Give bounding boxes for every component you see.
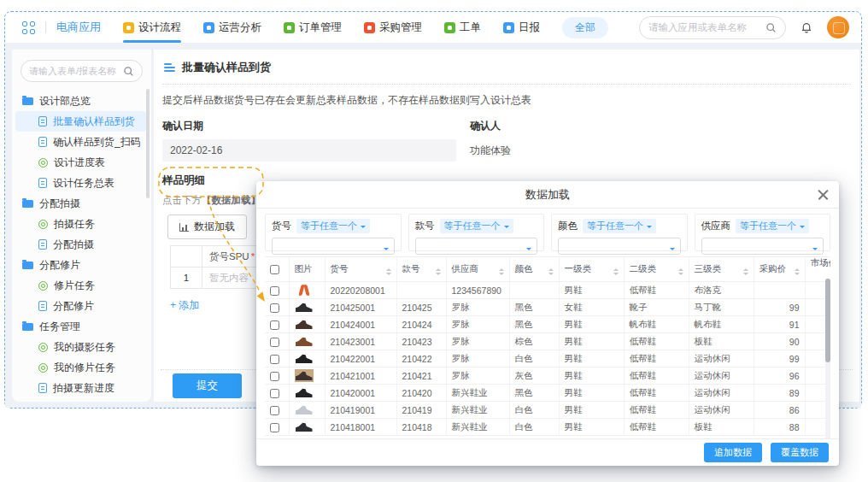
confirm-date-field[interactable]: 2022-02-16: [162, 139, 456, 162]
notification-bell-icon[interactable]: [800, 21, 813, 34]
chevron-down-icon: [812, 248, 818, 253]
sidebar-item[interactable]: 设计任务总表: [15, 173, 146, 193]
select-all-checkbox[interactable]: [270, 265, 279, 274]
filter-operator-pill[interactable]: 等于任意一个: [296, 219, 370, 233]
sort-icon[interactable]: [678, 268, 683, 275]
table-row[interactable]: 210423001 210423 罗脉 棕色 男鞋 低帮鞋 板鞋 90: [265, 333, 830, 350]
all-apps-pill[interactable]: 全部: [562, 17, 608, 38]
sku-cell: 210425001: [325, 299, 396, 316]
sort-icon[interactable]: [613, 268, 619, 275]
brand-label[interactable]: 电商应用: [56, 20, 101, 35]
sidebar-item[interactable]: 我的修片任务: [15, 357, 146, 378]
sidebar-item[interactable]: 分配拍摄: [15, 234, 146, 255]
app-grid-icon[interactable]: [22, 21, 35, 34]
product-photo: [295, 301, 314, 314]
sidebar-item[interactable]: 分配修片: [15, 296, 146, 316]
row-checkbox[interactable]: [270, 355, 279, 364]
column-header[interactable]: 一级类: [559, 257, 624, 282]
sidebar-item-icon: [22, 200, 33, 208]
row-checkbox[interactable]: [270, 406, 279, 415]
category2-cell: 低帮鞋: [624, 419, 689, 436]
table-row[interactable]: 210425001 210425 罗脉 黑色 女鞋 靴子 马丁靴 99: [265, 299, 830, 316]
sidebar-item[interactable]: 拍摄任务: [15, 214, 146, 234]
table-scrollbar-thumb[interactable]: [825, 279, 830, 362]
sort-icon[interactable]: [795, 268, 800, 275]
row-checkbox[interactable]: [270, 372, 279, 381]
nav-tab[interactable]: 设计流程: [123, 12, 181, 43]
table-row[interactable]: 210422001 210422 罗脉 白色 男鞋 低帮鞋 运动休闲 99: [265, 350, 830, 367]
row-checkbox[interactable]: [270, 320, 279, 330]
table-row[interactable]: 210419001 210419 新兴鞋业 白色 男鞋 低帮鞋 运动休闲 86: [265, 402, 830, 419]
sidebar-item[interactable]: 分配修片: [15, 255, 146, 275]
filter-operator-pill[interactable]: 等于任意一个: [583, 219, 656, 233]
sort-icon[interactable]: [436, 268, 441, 275]
data-load-button[interactable]: 数据加载: [167, 215, 247, 239]
nav-tab[interactable]: 运营分析: [203, 12, 261, 43]
table-row[interactable]: 210418001 210418 新兴鞋业 白色 男鞋 低帮鞋 板鞋 88: [265, 419, 830, 436]
nav-tab[interactable]: 工单: [444, 12, 481, 43]
row-checkbox[interactable]: [270, 389, 279, 398]
sidebar-item[interactable]: 我的摄影任务: [15, 337, 146, 357]
sort-icon[interactable]: [499, 268, 504, 275]
column-header[interactable]: 款号: [396, 257, 446, 282]
purchase-price-cell: 89: [754, 385, 805, 402]
sort-icon[interactable]: [386, 268, 391, 275]
column-header[interactable]: 颜色: [509, 257, 559, 282]
nav-tab[interactable]: 采购管理: [364, 12, 422, 43]
image-cell: [289, 299, 325, 316]
sidebar-item[interactable]: 拍摄更新进度: [15, 378, 146, 398]
table-row[interactable]: 210421001 210421 罗脉 灰色 男鞋 低帮鞋 运动休闲 96: [265, 367, 830, 385]
table-row[interactable]: 20220208001 1234567890 男鞋 低帮鞋 布洛克: [265, 282, 830, 299]
sidebar-item-label: 拍摄任务: [54, 217, 95, 232]
select-all-header: [265, 257, 289, 282]
submit-button[interactable]: 提交: [173, 373, 242, 398]
sidebar-item[interactable]: 任务管理: [15, 316, 146, 337]
divider: [45, 21, 46, 33]
filter-operator-pill[interactable]: 等于任意一个: [440, 219, 513, 233]
column-header[interactable]: 供应商: [446, 257, 509, 282]
add-row-link[interactable]: + 添加: [170, 298, 199, 313]
filter-group: 款号 等于任意一个: [408, 214, 545, 251]
filter-value-select[interactable]: [701, 238, 824, 255]
sidebar-scrollbar[interactable]: [146, 89, 150, 198]
modal-header: 数据加载: [256, 181, 839, 209]
sidebar-item[interactable]: 设计进度表: [15, 152, 146, 173]
sort-icon[interactable]: [743, 268, 748, 275]
table-row[interactable]: 210424001 210424 罗脉 黑色 男鞋 帆布鞋 帆布鞋 91: [265, 316, 830, 333]
append-data-button[interactable]: 追加数据: [704, 443, 762, 462]
sidebar-item[interactable]: 分配拍摄: [15, 193, 146, 214]
sidebar-item[interactable]: 设计部总览: [15, 91, 146, 111]
product-photo: [295, 335, 314, 348]
sidebar-item[interactable]: 批量确认样品到货: [15, 111, 146, 132]
column-header[interactable]: 图片: [289, 257, 325, 282]
filter-value-select[interactable]: [415, 238, 538, 255]
table-row[interactable]: 210420001 210420 新兴鞋业 黑色 男鞋 低帮鞋 运动休闲 89: [265, 385, 830, 402]
row-checkbox[interactable]: [270, 286, 279, 296]
column-header[interactable]: 三级类: [689, 257, 754, 282]
row-checkbox[interactable]: [270, 338, 279, 347]
sort-icon[interactable]: [548, 268, 554, 275]
global-search-input[interactable]: [648, 22, 765, 32]
filter-operator-pill[interactable]: 等于任意一个: [736, 219, 809, 233]
sidebar-item[interactable]: 确认样品到货_扫码: [15, 132, 146, 152]
row-checkbox[interactable]: [270, 423, 279, 432]
sidebar-search-input[interactable]: [29, 66, 123, 76]
column-header[interactable]: 二级类: [624, 257, 689, 282]
nav-tab[interactable]: 订单管理: [284, 12, 342, 43]
filter-value-select[interactable]: [272, 238, 395, 255]
row-checkbox[interactable]: [270, 303, 279, 313]
nav-tab-label: 工单: [460, 21, 481, 35]
color-cell: 白色: [509, 419, 559, 436]
style-no-cell: 210421: [396, 367, 446, 385]
column-header[interactable]: 采购价: [754, 257, 805, 282]
form-note: 提交后样品数据货号已存在会更新总表样品数据，不存在样品数据则写入设计总表: [162, 93, 851, 108]
collapse-menu-icon[interactable]: [164, 63, 175, 72]
filter-value-select[interactable]: [558, 238, 681, 255]
overwrite-data-button[interactable]: 覆盖数据: [771, 443, 829, 462]
sidebar-item[interactable]: 修片任务: [15, 275, 146, 296]
user-avatar[interactable]: [827, 16, 849, 38]
column-header[interactable]: 货号: [325, 257, 396, 282]
purchase-price-cell: 91: [754, 316, 805, 333]
close-icon[interactable]: [818, 189, 830, 201]
nav-tab[interactable]: 日报: [503, 12, 540, 43]
